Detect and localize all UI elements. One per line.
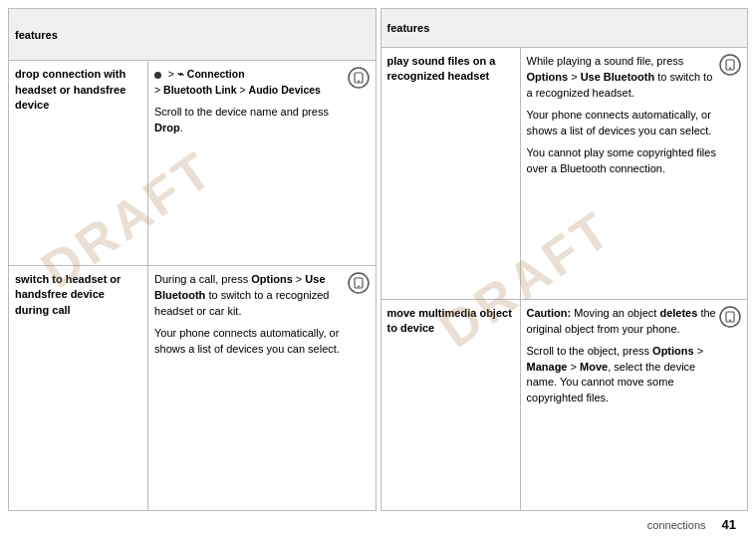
- svg-point-9: [720, 307, 740, 327]
- svg-point-5: [358, 285, 360, 287]
- desc-cell-drop: > ⌁ Connection > Bluetooth Link > Audio …: [148, 61, 376, 265]
- desc-play-1: While playing a sound file, press Option…: [527, 54, 717, 102]
- svg-point-8: [729, 67, 731, 69]
- desc-drop-text: Scroll to the device name and press Drop…: [154, 105, 345, 136]
- footer-label: connections: [647, 519, 706, 531]
- feature-cell-switch: switch to headset or handsfree device du…: [9, 265, 148, 510]
- table-row: move multimedia object to device Caution…: [380, 299, 748, 510]
- left-table: features drop connection with headset or…: [8, 8, 377, 511]
- drop-bold: Drop: [154, 122, 180, 134]
- feature-label-move: move multimedia object to device: [387, 307, 512, 334]
- svg-point-3: [349, 273, 369, 293]
- footer: connections 41: [8, 511, 748, 534]
- table-row: drop connection with headset or handsfre…: [9, 61, 377, 265]
- svg-point-0: [349, 68, 369, 88]
- caution-bold: Caution:: [527, 307, 572, 319]
- right-table-header-row: features: [380, 9, 748, 48]
- feature-label-play: play sound files on a recognized headset: [387, 55, 496, 82]
- feature-cell-play: play sound files on a recognized headset: [380, 47, 520, 299]
- desc-cell-switch: During a call, press Options > Use Bluet…: [148, 265, 376, 510]
- left-table-header: features: [9, 9, 377, 61]
- feature-label-drop: drop connection with headset or handsfre…: [15, 68, 126, 111]
- desc-switch-2: Your phone connects automatically, or sh…: [154, 326, 345, 358]
- desc-cell-play: While playing a sound file, press Option…: [520, 47, 747, 299]
- right-table-header: features: [380, 9, 748, 48]
- desc-play-2: Your phone connects automatically, or sh…: [527, 108, 717, 139]
- feature-label-switch: switch to headset or handsfree device du…: [15, 273, 121, 316]
- svg-point-6: [720, 55, 740, 75]
- phone-icon-switch: [347, 271, 371, 295]
- nav-path-drop: > ⌁ Connection > Bluetooth Link > Audio …: [154, 67, 345, 99]
- desc-switch-1: During a call, press Options > Use Bluet…: [154, 272, 345, 320]
- phone-icon-drop: [347, 66, 371, 90]
- footer-page-number: 41: [722, 517, 736, 532]
- desc-cell-move: Caution: Moving an object deletes the or…: [520, 299, 747, 510]
- left-table-header-row: features: [9, 9, 377, 61]
- table-row: play sound files on a recognized headset…: [380, 47, 748, 299]
- svg-point-11: [729, 319, 731, 321]
- right-table: features play sound files on a recognize…: [380, 8, 749, 511]
- table-row: switch to headset or handsfree device du…: [9, 265, 377, 510]
- desc-play-3: You cannot play some copyrighted files o…: [527, 145, 717, 177]
- feature-cell-drop: drop connection with headset or handsfre…: [9, 61, 148, 265]
- svg-point-2: [358, 81, 360, 83]
- feature-cell-move: move multimedia object to device: [380, 299, 520, 510]
- desc-move-1: Caution: Moving an object deletes the or…: [527, 306, 717, 338]
- page-container: DRAFT DRAFT features drop connection wit…: [0, 0, 756, 542]
- desc-move-2: Scroll to the object, press Options > Ma…: [527, 344, 717, 407]
- tables-row: features drop connection with headset or…: [8, 8, 748, 511]
- phone-icon-move: [718, 305, 742, 329]
- phone-icon-play: [718, 53, 742, 77]
